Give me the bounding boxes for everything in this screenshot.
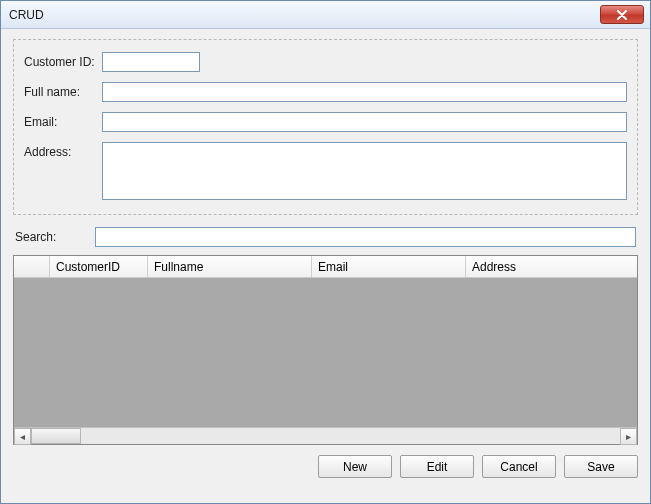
search-row: Search: bbox=[15, 227, 636, 247]
scroll-thumb[interactable] bbox=[31, 428, 81, 444]
grid-col-address[interactable]: Address bbox=[466, 256, 637, 277]
grid-horizontal-scrollbar[interactable]: ◂ ▸ bbox=[14, 427, 637, 444]
cancel-button[interactable]: Cancel bbox=[482, 455, 556, 478]
grid-body bbox=[14, 278, 637, 427]
scroll-track[interactable] bbox=[31, 428, 620, 444]
email-input[interactable] bbox=[102, 112, 627, 132]
window-title: CRUD bbox=[9, 8, 600, 22]
full-name-label: Full name: bbox=[24, 82, 102, 99]
scroll-right-icon[interactable]: ▸ bbox=[620, 428, 637, 445]
grid-col-customerid[interactable]: CustomerID bbox=[50, 256, 148, 277]
search-label: Search: bbox=[15, 230, 95, 244]
customer-id-input[interactable] bbox=[102, 52, 200, 72]
search-input[interactable] bbox=[95, 227, 636, 247]
email-label: Email: bbox=[24, 112, 102, 129]
new-button[interactable]: New bbox=[318, 455, 392, 478]
address-input[interactable] bbox=[102, 142, 627, 200]
save-button[interactable]: Save bbox=[564, 455, 638, 478]
customer-form-group: Customer ID: Full name: Email: Address: bbox=[13, 39, 638, 215]
button-row: New Edit Cancel Save bbox=[13, 455, 638, 478]
grid-row-selector-header bbox=[14, 256, 50, 277]
address-label: Address: bbox=[24, 142, 102, 159]
grid-col-fullname[interactable]: Fullname bbox=[148, 256, 312, 277]
titlebar: CRUD bbox=[1, 1, 650, 29]
client-area: Customer ID: Full name: Email: Address: … bbox=[1, 29, 650, 503]
scroll-left-icon[interactable]: ◂ bbox=[14, 428, 31, 445]
grid-header: CustomerID Fullname Email Address bbox=[14, 256, 637, 278]
window: CRUD Customer ID: Full name: Email: Addr… bbox=[0, 0, 651, 504]
edit-button[interactable]: Edit bbox=[400, 455, 474, 478]
data-grid[interactable]: CustomerID Fullname Email Address ◂ ▸ bbox=[13, 255, 638, 445]
full-name-input[interactable] bbox=[102, 82, 627, 102]
close-icon bbox=[616, 10, 628, 20]
grid-col-email[interactable]: Email bbox=[312, 256, 466, 277]
customer-id-label: Customer ID: bbox=[24, 52, 102, 69]
close-button[interactable] bbox=[600, 5, 644, 24]
